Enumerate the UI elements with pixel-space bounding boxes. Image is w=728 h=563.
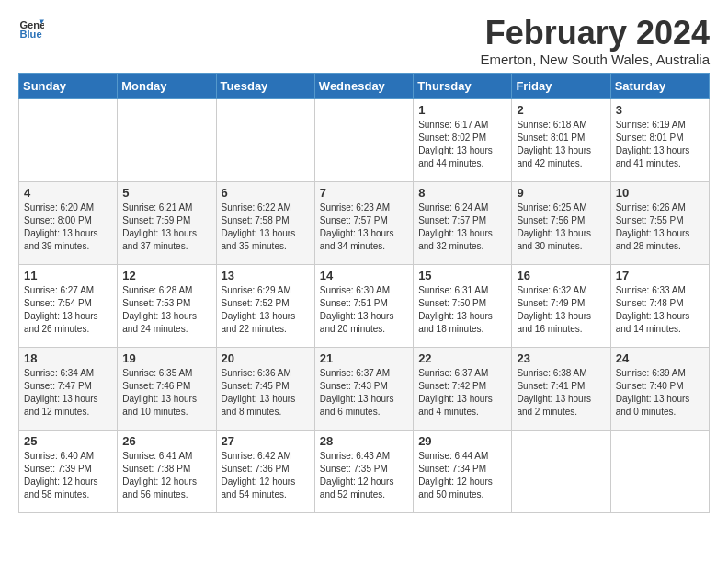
calendar-cell: 4Sunrise: 6:20 AM Sunset: 8:00 PM Daylig… (19, 181, 118, 264)
calendar-header-row: SundayMondayTuesdayWednesdayThursdayFrid… (19, 73, 710, 98)
calendar-cell: 16Sunrise: 6:32 AM Sunset: 7:49 PM Dayli… (512, 264, 610, 347)
day-number: 1 (418, 103, 506, 117)
calendar-cell: 24Sunrise: 6:39 AM Sunset: 7:40 PM Dayli… (610, 347, 709, 430)
calendar-cell: 25Sunrise: 6:40 AM Sunset: 7:39 PM Dayli… (19, 430, 118, 512)
calendar-cell: 12Sunrise: 6:28 AM Sunset: 7:53 PM Dayli… (118, 264, 216, 347)
day-number: 5 (122, 186, 210, 200)
calendar-cell: 6Sunrise: 6:22 AM Sunset: 7:58 PM Daylig… (216, 181, 314, 264)
day-info: Sunrise: 6:21 AM Sunset: 7:59 PM Dayligh… (122, 201, 210, 253)
calendar-cell (512, 430, 610, 512)
day-number: 18 (24, 351, 112, 365)
day-number: 28 (320, 434, 408, 448)
day-number: 4 (24, 186, 112, 200)
calendar-cell: 1Sunrise: 6:17 AM Sunset: 8:02 PM Daylig… (414, 98, 512, 181)
calendar-cell (19, 98, 118, 181)
day-info: Sunrise: 6:22 AM Sunset: 7:58 PM Dayligh… (222, 201, 310, 253)
calendar-cell: 17Sunrise: 6:33 AM Sunset: 7:48 PM Dayli… (610, 264, 709, 347)
day-number: 17 (616, 269, 704, 282)
day-number: 26 (122, 434, 210, 448)
calendar-cell: 27Sunrise: 6:42 AM Sunset: 7:36 PM Dayli… (216, 430, 314, 512)
calendar-week-row: 11Sunrise: 6:27 AM Sunset: 7:54 PM Dayli… (19, 264, 710, 347)
day-info: Sunrise: 6:43 AM Sunset: 7:35 PM Dayligh… (320, 450, 408, 501)
day-info: Sunrise: 6:26 AM Sunset: 7:55 PM Dayligh… (616, 201, 704, 253)
day-number: 29 (418, 434, 506, 448)
calendar-cell: 3Sunrise: 6:19 AM Sunset: 8:01 PM Daylig… (610, 98, 709, 181)
day-number: 23 (517, 351, 605, 365)
day-info: Sunrise: 6:41 AM Sunset: 7:38 PM Dayligh… (122, 450, 210, 501)
day-number: 7 (320, 186, 408, 200)
day-info: Sunrise: 6:23 AM Sunset: 7:57 PM Dayligh… (320, 201, 408, 253)
calendar-cell: 14Sunrise: 6:30 AM Sunset: 7:51 PM Dayli… (314, 264, 413, 347)
day-info: Sunrise: 6:37 AM Sunset: 7:42 PM Dayligh… (418, 367, 506, 419)
day-number: 20 (222, 351, 310, 365)
calendar-header-cell: Sunday (19, 73, 118, 98)
day-number: 10 (616, 186, 704, 200)
day-number: 3 (616, 103, 704, 117)
calendar-table: SundayMondayTuesdayWednesdayThursdayFrid… (18, 73, 710, 513)
day-info: Sunrise: 6:32 AM Sunset: 7:49 PM Dayligh… (517, 284, 605, 336)
svg-text:Blue: Blue (19, 29, 41, 40)
calendar-cell: 26Sunrise: 6:41 AM Sunset: 7:38 PM Dayli… (118, 430, 216, 512)
calendar-week-row: 18Sunrise: 6:34 AM Sunset: 7:47 PM Dayli… (19, 347, 710, 430)
calendar-cell: 20Sunrise: 6:36 AM Sunset: 7:45 PM Dayli… (216, 347, 314, 430)
day-number: 15 (418, 269, 506, 282)
day-info: Sunrise: 6:42 AM Sunset: 7:36 PM Dayligh… (222, 450, 310, 501)
calendar-header-cell: Tuesday (216, 73, 314, 98)
month-title: February 2024 (480, 15, 710, 52)
logo: General Blue (18, 15, 44, 40)
calendar-week-row: 25Sunrise: 6:40 AM Sunset: 7:39 PM Dayli… (19, 430, 710, 512)
calendar-cell: 2Sunrise: 6:18 AM Sunset: 8:01 PM Daylig… (512, 98, 610, 181)
calendar-week-row: 1Sunrise: 6:17 AM Sunset: 8:02 PM Daylig… (19, 98, 710, 181)
day-number: 8 (418, 186, 506, 200)
day-info: Sunrise: 6:18 AM Sunset: 8:01 PM Dayligh… (517, 119, 605, 170)
day-info: Sunrise: 6:44 AM Sunset: 7:34 PM Dayligh… (418, 450, 506, 501)
day-info: Sunrise: 6:40 AM Sunset: 7:39 PM Dayligh… (24, 450, 112, 501)
day-info: Sunrise: 6:19 AM Sunset: 8:01 PM Dayligh… (616, 119, 704, 170)
day-info: Sunrise: 6:30 AM Sunset: 7:51 PM Dayligh… (320, 284, 408, 336)
day-number: 12 (122, 269, 210, 282)
day-number: 22 (418, 351, 506, 365)
calendar-cell (610, 430, 709, 512)
day-number: 19 (122, 351, 210, 365)
day-info: Sunrise: 6:33 AM Sunset: 7:48 PM Dayligh… (616, 284, 704, 336)
day-info: Sunrise: 6:38 AM Sunset: 7:41 PM Dayligh… (517, 367, 605, 419)
day-number: 27 (222, 434, 310, 448)
day-info: Sunrise: 6:39 AM Sunset: 7:40 PM Dayligh… (616, 367, 704, 419)
day-info: Sunrise: 6:20 AM Sunset: 8:00 PM Dayligh… (24, 201, 112, 253)
calendar-cell (118, 98, 216, 181)
title-area: February 2024 Emerton, New South Wales, … (480, 15, 710, 67)
calendar-cell: 7Sunrise: 6:23 AM Sunset: 7:57 PM Daylig… (314, 181, 413, 264)
calendar-cell: 10Sunrise: 6:26 AM Sunset: 7:55 PM Dayli… (610, 181, 709, 264)
day-number: 9 (517, 186, 605, 200)
calendar-header-cell: Friday (512, 73, 610, 98)
day-info: Sunrise: 6:28 AM Sunset: 7:53 PM Dayligh… (122, 284, 210, 336)
calendar-cell: 28Sunrise: 6:43 AM Sunset: 7:35 PM Dayli… (314, 430, 413, 512)
calendar-cell (314, 98, 413, 181)
day-info: Sunrise: 6:31 AM Sunset: 7:50 PM Dayligh… (418, 284, 506, 336)
day-info: Sunrise: 6:29 AM Sunset: 7:52 PM Dayligh… (222, 284, 310, 336)
calendar-cell: 18Sunrise: 6:34 AM Sunset: 7:47 PM Dayli… (19, 347, 118, 430)
calendar-cell: 29Sunrise: 6:44 AM Sunset: 7:34 PM Dayli… (414, 430, 512, 512)
calendar-body: 1Sunrise: 6:17 AM Sunset: 8:02 PM Daylig… (19, 98, 710, 512)
calendar-cell: 19Sunrise: 6:35 AM Sunset: 7:46 PM Dayli… (118, 347, 216, 430)
calendar-cell: 8Sunrise: 6:24 AM Sunset: 7:57 PM Daylig… (414, 181, 512, 264)
calendar-cell: 23Sunrise: 6:38 AM Sunset: 7:41 PM Dayli… (512, 347, 610, 430)
location-title: Emerton, New South Wales, Australia (480, 52, 710, 67)
day-number: 24 (616, 351, 704, 365)
day-number: 6 (222, 186, 310, 200)
day-info: Sunrise: 6:34 AM Sunset: 7:47 PM Dayligh… (24, 367, 112, 419)
calendar-cell: 11Sunrise: 6:27 AM Sunset: 7:54 PM Dayli… (19, 264, 118, 347)
day-number: 14 (320, 269, 408, 282)
day-number: 13 (222, 269, 310, 282)
day-number: 21 (320, 351, 408, 365)
day-info: Sunrise: 6:17 AM Sunset: 8:02 PM Dayligh… (418, 119, 506, 170)
day-number: 2 (517, 103, 605, 117)
day-info: Sunrise: 6:35 AM Sunset: 7:46 PM Dayligh… (122, 367, 210, 419)
calendar-cell: 22Sunrise: 6:37 AM Sunset: 7:42 PM Dayli… (414, 347, 512, 430)
logo-icon: General Blue (18, 15, 44, 40)
day-info: Sunrise: 6:27 AM Sunset: 7:54 PM Dayligh… (24, 284, 112, 336)
calendar-header-cell: Thursday (414, 73, 512, 98)
header: General Blue February 2024 Emerton, New … (18, 15, 710, 67)
calendar-cell: 21Sunrise: 6:37 AM Sunset: 7:43 PM Dayli… (314, 347, 413, 430)
calendar-cell: 9Sunrise: 6:25 AM Sunset: 7:56 PM Daylig… (512, 181, 610, 264)
